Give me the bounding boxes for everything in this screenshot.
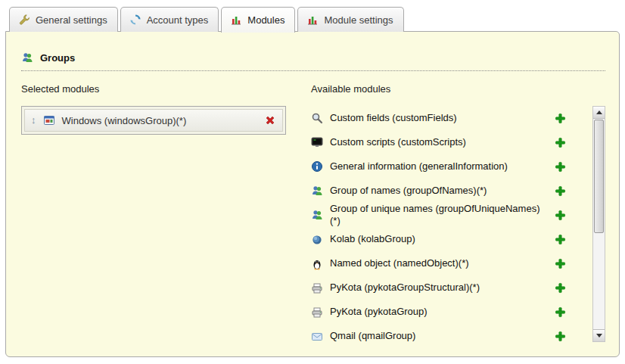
tab-label: Account types — [147, 14, 209, 26]
tab-bar: General settings Account types Modules M… — [0, 0, 625, 32]
add-module-button[interactable] — [555, 210, 566, 221]
selected-module-label: Windows (windowsGroup)(*) — [62, 115, 258, 126]
arrow-down-icon — [596, 334, 602, 338]
add-module-button[interactable] — [555, 185, 566, 197]
module-label: Group of names (groupOfNames)(*) — [330, 185, 548, 197]
group-icon — [311, 209, 323, 221]
selected-modules-heading: Selected modules — [21, 83, 311, 95]
kolab-icon — [311, 234, 323, 246]
scrollbar[interactable] — [592, 106, 605, 342]
list-item: Group of names (groupOfNames)(*) — [311, 179, 583, 203]
list-item: General information (generalInformation) — [311, 154, 583, 179]
list-item: PyKota (pykotaGroupStructural)(*) — [311, 276, 583, 300]
add-module-button[interactable] — [555, 113, 566, 124]
list-item: Qmail (qmailGroup) — [311, 325, 583, 346]
list-item: Custom scripts (customScripts) — [311, 130, 583, 154]
module-label: PyKota (pykotaGroupStructural)(*) — [330, 282, 548, 294]
tab-label: Modules — [247, 14, 285, 26]
wrench-icon — [18, 14, 30, 26]
tab-account-types[interactable]: Account types — [120, 7, 219, 32]
section-title: Groups — [40, 52, 75, 64]
section-header-groups: Groups — [21, 51, 605, 71]
module-label: Group of unique names (groupOfUniqueName… — [330, 203, 548, 228]
add-module-button[interactable] — [555, 234, 566, 245]
available-modules-column: Available modules Custom fields (customF… — [311, 83, 605, 345]
module-columns: Selected modules ↕ Windows (windowsGroup… — [21, 83, 605, 345]
tab-module-settings[interactable]: Module settings — [297, 7, 403, 32]
terminal-icon — [311, 136, 323, 148]
tab-modules[interactable]: Modules — [221, 7, 295, 33]
printer-icon — [311, 282, 323, 294]
tab-general-settings[interactable]: General settings — [9, 7, 118, 32]
printer-icon — [311, 306, 323, 319]
windows-module-icon — [43, 114, 55, 126]
module-label: Named object (namedObject)(*) — [330, 257, 548, 269]
add-module-button[interactable] — [555, 137, 566, 148]
selected-modules-column: Selected modules ↕ Windows (windowsGroup… — [21, 83, 311, 345]
available-modules-heading: Available modules — [311, 83, 605, 95]
scroll-down-button[interactable] — [593, 329, 605, 341]
add-module-button[interactable] — [555, 331, 566, 342]
list-item: Kolab (kolabGroup) — [311, 228, 583, 252]
drag-handle-icon[interactable]: ↕ — [31, 115, 36, 126]
content-panel: Groups Selected modules ↕ Windows (windo… — [5, 31, 620, 357]
module-label: Qmail (qmailGroup) — [330, 330, 548, 342]
mail-icon — [311, 331, 323, 343]
tab-label: General settings — [36, 14, 107, 26]
list-item: PyKota (pykotaGroup) — [311, 300, 583, 325]
module-label: PyKota (pykotaGroup) — [330, 306, 548, 318]
list-item: Group of unique names (groupOfUniqueName… — [311, 203, 583, 228]
tab-label: Module settings — [324, 14, 393, 26]
add-module-button[interactable] — [555, 306, 566, 318]
module-label: Kolab (kolabGroup) — [330, 233, 548, 245]
info-icon — [311, 160, 323, 173]
available-modules-list: Custom fields (customFields) Custom scri… — [311, 106, 605, 345]
add-module-button[interactable] — [555, 161, 566, 173]
module-label: Custom fields (customFields) — [330, 112, 548, 124]
list-item: Custom fields (customFields) — [311, 106, 583, 130]
magnifier-icon — [311, 112, 323, 124]
selected-module-row[interactable]: ↕ Windows (windowsGroup)(*) — [24, 109, 283, 132]
module-label: Custom scripts (customScripts) — [330, 136, 548, 148]
arrow-up-icon — [596, 110, 602, 114]
penguin-icon — [311, 258, 323, 270]
scrollbar-thumb[interactable] — [594, 120, 604, 233]
module-label: General information (generalInformation) — [330, 160, 548, 173]
add-module-button[interactable] — [555, 258, 566, 269]
chart-icon — [306, 14, 319, 26]
group-icon — [21, 51, 33, 64]
selected-modules-box: ↕ Windows (windowsGroup)(*) — [21, 106, 286, 135]
delete-module-button[interactable] — [264, 114, 276, 126]
chart-icon — [230, 14, 242, 26]
add-module-button[interactable] — [555, 282, 566, 294]
list-item: Named object (namedObject)(*) — [311, 252, 583, 276]
sync-icon — [129, 14, 141, 26]
group-icon — [311, 185, 323, 197]
scroll-up-button[interactable] — [593, 107, 605, 119]
